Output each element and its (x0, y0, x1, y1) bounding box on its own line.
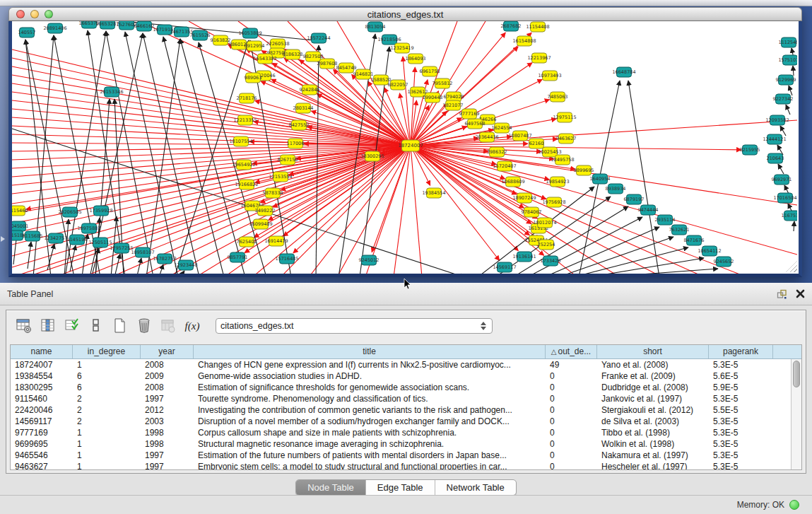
table-row[interactable]: 1456911722003Disruption of a novel membe… (11, 416, 791, 427)
table-cell: 2008 (141, 359, 194, 370)
column-header-name[interactable]: name (11, 345, 73, 358)
table-cell: 0 (546, 461, 597, 469)
tab-network-table[interactable]: Network Table (435, 480, 516, 495)
memory-status-indicator[interactable] (789, 500, 799, 510)
close-icon[interactable] (796, 289, 805, 298)
table-row[interactable]: 946554611997Estimation of the future num… (11, 450, 791, 461)
sort-ascending-icon: △ (551, 348, 557, 356)
table-cell: 0 (546, 427, 597, 438)
table-cell: 2 (73, 404, 141, 416)
table-panel-body: f(x) citations_edges.txt namein_degreeye… (6, 310, 806, 474)
svg-text:17016504: 17016504 (773, 195, 796, 201)
table-cell: 1998 (141, 427, 194, 438)
table-row[interactable]: 946362711997Embryonic stem cells: a mode… (11, 461, 791, 469)
svg-text:12975115: 12975115 (553, 115, 576, 120)
svg-text:9242845: 9242845 (300, 87, 320, 93)
network-window-title: citations_edges.txt (9, 9, 801, 20)
table-row[interactable]: 1830029562008Estimation of significance … (11, 382, 791, 393)
svg-text:1362612: 1362612 (408, 89, 428, 95)
svg-text:8938934: 8938934 (606, 186, 626, 192)
float-window-icon[interactable] (777, 289, 787, 299)
table-mode-icon[interactable] (13, 315, 35, 337)
svg-text:2987608: 2987608 (317, 61, 338, 66)
table-cell: 6 (73, 370, 141, 382)
svg-text:9163822: 9163822 (211, 37, 231, 43)
table-cell: Embryonic stem cells: a model to study s… (194, 461, 546, 469)
svg-text:10688609: 10688609 (501, 179, 524, 185)
table-cell: Nakamura et al. (1997) (597, 450, 709, 461)
column-header-title[interactable]: title (194, 345, 546, 358)
citation-network-graph[interactable]: 1405572089140616653791065328715276026466… (12, 21, 797, 277)
table-cell: Tibbo et al. (1998) (597, 427, 709, 438)
svg-text:18495758: 18495758 (551, 157, 574, 163)
svg-text:19218506: 19218506 (377, 37, 401, 42)
table-cell: Wolkin et al. (1998) (597, 438, 709, 450)
svg-text:18107554: 18107554 (229, 139, 252, 144)
table-cell: 5.3E-5 (709, 461, 773, 469)
svg-text:9784067: 9784067 (522, 209, 542, 215)
zoom-window-icon[interactable] (45, 10, 53, 18)
svg-text:19854923: 19854923 (546, 179, 569, 185)
new-table-icon[interactable] (110, 315, 131, 337)
table-row[interactable]: 977716911998Corpus callosum shape and si… (11, 427, 791, 438)
table-cell: 9463627 (11, 461, 73, 469)
tab-edge-table[interactable]: Edge Table (366, 480, 435, 495)
column-header-pagerank[interactable]: pagerank (709, 345, 773, 358)
svg-text:9227342: 9227342 (773, 96, 794, 102)
table-row[interactable]: 969969511998Structural magnetic resonanc… (11, 438, 791, 450)
table-cell: 2003 (141, 416, 194, 427)
svg-text:2718176: 2718176 (237, 95, 257, 101)
table-cell: 0 (546, 393, 597, 404)
table-header-row: namein_degreeyeartitle△out_de...shortpag… (11, 345, 801, 359)
function-builder-icon[interactable]: f(x) (182, 315, 203, 337)
vertical-scrollbar[interactable] (791, 359, 801, 469)
delete-icon[interactable] (134, 315, 155, 337)
table-cell: Dudbridge et al. (2008) (597, 382, 709, 393)
table-cell: 22420046 (11, 404, 73, 416)
table-row[interactable]: 1872400712008Changes of HCN gene express… (11, 359, 791, 370)
svg-text:8471676: 8471676 (684, 238, 705, 243)
svg-text:140557: 140557 (18, 30, 36, 35)
tab-node-table[interactable]: Node Table (296, 480, 366, 495)
table-row[interactable]: 1938455462009Genome-wide association stu… (11, 370, 791, 382)
table-cell: 0 (546, 382, 597, 393)
minimize-window-icon[interactable] (30, 10, 39, 18)
table-selector-dropdown[interactable]: citations_edges.txt (216, 318, 493, 334)
svg-text:7485063: 7485063 (548, 94, 568, 100)
table-cell: 49 (546, 359, 597, 370)
column-header-year[interactable]: year (141, 345, 194, 358)
svg-text:7632621: 7632621 (669, 227, 690, 233)
table-cell: 2 (73, 416, 141, 427)
svg-text:8267150: 8267150 (278, 157, 298, 163)
select-all-icon[interactable] (61, 315, 83, 337)
table-cell: 2009 (141, 370, 194, 382)
column-header-short[interactable]: short (597, 345, 709, 358)
svg-text:6961758: 6961758 (420, 69, 440, 74)
network-window[interactable]: citations_edges.txt 14055720891406166537… (8, 7, 802, 277)
table-cell: 5.3E-5 (709, 427, 773, 438)
table-cell: Jankovic et al. (1997) (597, 393, 709, 404)
svg-text:9857791: 9857791 (228, 255, 248, 260)
svg-text:9245012: 9245012 (359, 257, 379, 263)
column-header-in_degree[interactable]: in_degree (73, 345, 141, 358)
table-cell: Genome-wide association studies in ADHD. (194, 370, 546, 382)
column-header-out_degree[interactable]: △out_de... (546, 345, 597, 358)
table-row[interactable]: 2242004622012Investigating the contribut… (11, 404, 791, 416)
table-cell: 0 (546, 438, 597, 450)
scrollbar-thumb[interactable] (793, 361, 800, 387)
table-row[interactable]: 911546021997Tourette syndrome. Phenomeno… (11, 393, 791, 404)
network-canvas[interactable]: 1405572089140616653791065328715276026466… (8, 21, 802, 277)
table-cell: Changes of HCN gene expression and I(f) … (194, 359, 546, 370)
table-cell: 1 (73, 427, 141, 438)
network-window-titlebar[interactable]: citations_edges.txt (8, 7, 802, 21)
svg-text:1990448: 1990448 (423, 95, 443, 100)
table-cell: 6 (73, 382, 141, 393)
new-column-icon[interactable] (86, 315, 107, 337)
close-window-icon[interactable] (16, 10, 25, 18)
show-column-icon[interactable] (37, 315, 59, 337)
table-selector-value: citations_edges.txt (220, 321, 481, 331)
svg-text:1733426: 1733426 (541, 258, 561, 264)
svg-text:6497568: 6497568 (465, 121, 486, 127)
sidebar-collapse-arrow-icon[interactable] (1, 236, 5, 242)
svg-text:1864093: 1864093 (406, 56, 426, 62)
